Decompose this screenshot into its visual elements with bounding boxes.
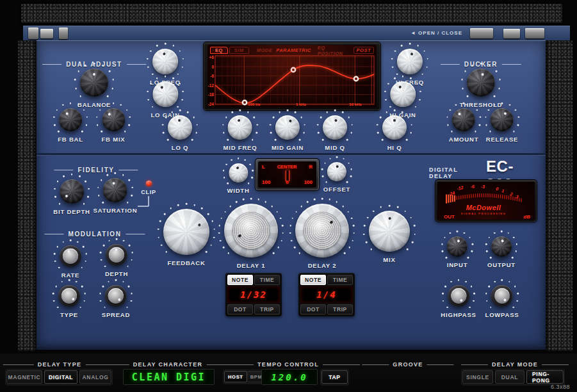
balance-knob[interactable] <box>80 69 108 97</box>
pan-center-value: 0 <box>286 179 288 185</box>
balance-label: BALANCE <box>77 101 111 108</box>
mid-freq-knob[interactable] <box>228 115 252 140</box>
svg-text:-6: -6 <box>210 74 214 78</box>
delay2-value-display: 1/4 <box>300 286 353 303</box>
svg-text:0: 0 <box>211 65 214 69</box>
delay2-time-button[interactable]: TIME <box>327 275 353 285</box>
delay-character-title: DELAY CHARACTER <box>113 361 223 368</box>
threshold-knob[interactable] <box>467 69 495 97</box>
eq-mode-label: MODE <box>257 47 273 53</box>
delay2-trip-button[interactable]: TRIP <box>327 304 353 314</box>
panel-seam <box>37 153 546 156</box>
open-close-handle[interactable]: ◄ OPEN / CLOSE <box>410 30 462 36</box>
delay1-knob[interactable] <box>224 204 278 257</box>
mid-q-label: MID Q <box>325 144 345 151</box>
vu-out-label: OUT <box>444 214 455 220</box>
delay1-trip-button[interactable]: TRIP <box>254 304 280 314</box>
output-knob[interactable] <box>491 236 512 257</box>
input-knob[interactable] <box>447 236 467 257</box>
tab-eq[interactable]: EQ <box>210 47 228 54</box>
highpass-label: HIGHPASS <box>441 311 476 318</box>
delay-type-magnetic[interactable]: MAGNETIC <box>6 370 42 384</box>
release-knob[interactable] <box>491 108 514 131</box>
mix-knob[interactable] <box>369 211 410 252</box>
bit-depth-knob-unit: BIT DEPTH <box>53 179 90 215</box>
delay2-knob[interactable] <box>295 204 349 257</box>
hi-q-knob-unit: HI Q <box>382 115 407 151</box>
width-label: WIDTH <box>227 187 249 194</box>
pan-right-value: 100 <box>304 179 313 185</box>
svg-text:100 Hz: 100 Hz <box>248 102 261 106</box>
svg-text:-6: -6 <box>470 184 475 189</box>
saturation-knob[interactable] <box>103 178 127 202</box>
bit-depth-knob[interactable] <box>60 179 84 204</box>
tab-sim[interactable]: SIM <box>229 47 249 54</box>
eq-display: EQ SIM MODE PARAMETRIC EQ POSITION POST … <box>204 42 380 110</box>
delay1-time-button[interactable]: TIME <box>254 275 280 285</box>
delay-mode-single[interactable]: SINGLE <box>462 370 493 384</box>
svg-text:1: 1 <box>501 188 505 193</box>
mid-gain-knob[interactable] <box>275 115 300 140</box>
fb-mix-knob-unit: FB MIX <box>102 108 126 143</box>
depth-knob[interactable] <box>106 244 127 266</box>
lo-q-knob-unit: LO Q <box>168 115 192 151</box>
fb-bal-knob[interactable] <box>59 108 82 131</box>
mid-freq-knob-unit: MID FREQ <box>223 115 257 151</box>
delay1-label: DELAY 1 <box>237 262 266 269</box>
saturation-knob-unit: SATURATION <box>93 178 138 214</box>
delay2-note-button[interactable]: NOTE <box>300 275 326 285</box>
feedback-knob[interactable] <box>163 209 209 255</box>
clip-led <box>146 181 152 186</box>
delay2-dot-button[interactable]: DOT <box>300 304 326 314</box>
hi-gain-knob[interactable] <box>390 81 416 107</box>
lo-q-knob[interactable] <box>168 115 192 140</box>
eq-position-label: EQ POSITION <box>318 45 348 56</box>
eq-position-value[interactable]: POST <box>354 47 374 54</box>
mid-gain-label: MID GAIN <box>272 144 304 151</box>
type-knob-unit: TYPE <box>58 285 80 318</box>
lo-gain-knob-unit: LO GAIN <box>150 81 179 118</box>
latch-right-3[interactable] <box>525 28 544 38</box>
amount-label: AMOUNT <box>449 136 479 143</box>
latch-right-2[interactable] <box>503 29 520 38</box>
eq-node-mid[interactable] <box>291 67 297 73</box>
hi-freq-knob[interactable] <box>397 49 423 74</box>
rate-knob-unit: RATE <box>60 245 81 279</box>
delay2-knob-unit: DELAY 2 <box>295 204 349 269</box>
tap-button[interactable]: TAP <box>321 370 348 384</box>
fb-mix-knob[interactable] <box>102 108 125 131</box>
latch-left-2 <box>40 29 53 38</box>
lo-gain-knob[interactable] <box>152 81 178 107</box>
width-knob[interactable] <box>229 163 248 183</box>
rate-knob[interactable] <box>60 245 81 267</box>
eq-mode-value[interactable]: PARAMETRIC <box>276 47 311 53</box>
latch-left-1 <box>28 28 38 39</box>
spread-knob-unit: SPREAD <box>102 285 130 318</box>
offset-knob[interactable] <box>327 162 346 181</box>
type-knob[interactable] <box>58 285 80 307</box>
lo-freq-knob[interactable] <box>152 49 178 74</box>
latch-right-1[interactable] <box>470 28 493 38</box>
pan-left-label: L <box>262 164 265 170</box>
delay-mode-dual[interactable]: DUAL <box>495 370 524 384</box>
delay1-value-display: 1/32 <box>227 286 280 303</box>
highpass-knob[interactable] <box>448 285 469 307</box>
eq-node-high[interactable] <box>354 76 359 82</box>
delay-type-analog[interactable]: ANALOG <box>79 370 111 384</box>
mid-q-knob[interactable] <box>323 115 347 140</box>
delay1-dot-button[interactable]: DOT <box>227 304 253 314</box>
spread-knob[interactable] <box>105 285 127 307</box>
delay-type-digital[interactable]: DIGITAL <box>44 370 77 384</box>
case-lid <box>21 4 562 23</box>
lowpass-knob[interactable] <box>491 285 513 307</box>
input-label: INPUT <box>447 261 468 268</box>
vu-brand: McDowell <box>466 204 501 211</box>
mix-label: MIX <box>383 256 395 263</box>
eq-node-low[interactable] <box>242 100 248 106</box>
delay1-note-button[interactable]: NOTE <box>227 275 253 285</box>
tempo-host-button[interactable]: HOST <box>224 371 247 382</box>
amount-knob[interactable] <box>452 108 475 131</box>
delay-mode-pingpong[interactable]: PING-PONG <box>526 370 564 384</box>
pan-left-value: 100 <box>262 179 270 185</box>
hi-q-knob[interactable] <box>382 115 407 140</box>
